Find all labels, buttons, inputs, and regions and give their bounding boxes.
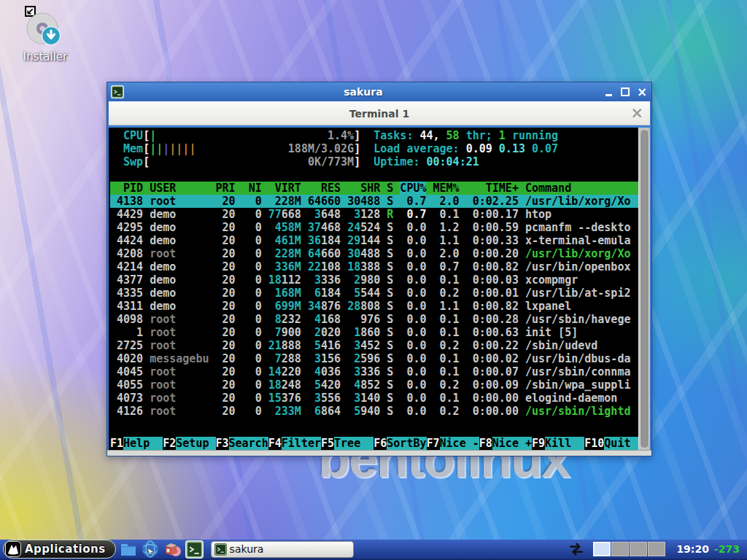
mem-meter-label: Mem — [123, 142, 143, 155]
fkey-F6-label[interactable]: SortBy — [387, 437, 426, 450]
terminal-window: sakura × Terminal 1 × CPU[| 1.4%] Tasks:… — [107, 82, 652, 456]
cpu-meter-label: CPU — [123, 129, 143, 142]
cpu-meter-line: CPU[| 1.4%] Tasks: 44, 58 thr; 1 running — [110, 129, 638, 142]
terminal-launcher[interactable] — [185, 540, 204, 559]
fkey-F7[interactable]: F7 — [427, 437, 440, 450]
fkey-F7-label[interactable]: Nice - — [440, 437, 479, 450]
minimize-button[interactable] — [603, 86, 614, 98]
globe-icon — [142, 540, 159, 558]
fkey-F1-label[interactable]: Help — [123, 437, 163, 450]
package-manager-launcher[interactable] — [163, 540, 182, 559]
window-terminal-icon — [111, 85, 124, 98]
terminal-icon — [185, 540, 204, 559]
tab-title: Terminal 1 — [349, 108, 409, 120]
terminal-output[interactable]: CPU[| 1.4%] Tasks: 44, 58 thr; 1 running… — [109, 128, 638, 450]
network-swap-icon[interactable] — [567, 540, 585, 559]
workspace-2[interactable] — [611, 542, 629, 556]
mem-meter-bar: | — [150, 142, 156, 155]
maximize-button[interactable] — [619, 86, 631, 98]
installer-icon[interactable]: Installer — [13, 12, 77, 63]
taskbar: Applications — [0, 540, 747, 560]
fkey-F9-label[interactable]: Kill — [545, 437, 584, 450]
fkey-F10-label[interactable]: Quit — [604, 437, 638, 450]
process-row[interactable]: 4214 demo 20 0 336M 22108 18388 S 0.0 0.… — [110, 260, 638, 273]
mem-meter-bar: | — [169, 142, 176, 155]
cpu-meter-bar: | — [150, 129, 156, 142]
close-icon: × — [637, 87, 647, 97]
fkey-F2[interactable]: F2 — [163, 437, 176, 450]
fkey-F5-label[interactable]: Tree — [334, 437, 374, 450]
close-button[interactable]: × — [636, 86, 648, 98]
sort-column-header[interactable]: CPU% — [400, 182, 426, 195]
mem-meter-bar: | — [156, 142, 163, 155]
mem-meter-value: 188M/3.02G — [288, 142, 354, 155]
workspace-4[interactable] — [648, 542, 665, 556]
process-row[interactable]: 4126 root 20 0 233M 6864 5940 S 0.0 0.2 … — [110, 405, 638, 418]
fkey-F5[interactable]: F5 — [321, 437, 334, 450]
fkey-F9[interactable]: F9 — [532, 437, 545, 450]
fkey-F6[interactable]: F6 — [374, 437, 387, 450]
task-button-label: sakura — [230, 543, 264, 555]
package-icon — [163, 540, 181, 558]
process-row[interactable]: 4295 demo 20 0 458M 37468 24524 S 0.0 1.… — [110, 221, 638, 234]
fkey-F3[interactable]: F3 — [216, 437, 229, 450]
process-row[interactable]: 4335 demo 20 0 168M 6184 5544 S 0.0 0.2 … — [110, 287, 638, 300]
applications-menu-label: Applications — [25, 542, 106, 556]
task-terminal-icon — [214, 543, 227, 556]
process-row[interactable]: 4311 demo 20 0 699M 34876 28808 S 0.0 1.… — [110, 300, 638, 313]
cpu-meter-value: 1.4% — [328, 129, 354, 142]
file-manager-launcher[interactable] — [120, 540, 138, 559]
folder-icon — [120, 540, 137, 558]
window-bottom-border — [107, 450, 651, 456]
blank-line — [110, 168, 638, 182]
process-row[interactable]: 4424 demo 20 0 461M 36184 29144 S 0.0 1.… — [110, 234, 638, 247]
terminal-tabbar: Terminal 1 × — [109, 101, 650, 125]
fkey-F8-label[interactable]: Nice + — [492, 437, 532, 450]
clock: 19:20 — [676, 543, 709, 555]
process-row[interactable]: 4377 demo 20 0 18112 3336 2980 S 0.0 0.1… — [110, 273, 638, 287]
installer-disc-icon — [23, 12, 68, 47]
swp-meter-value: 0K/773M — [308, 155, 354, 168]
workspace-3[interactable] — [630, 542, 647, 556]
process-row[interactable]: 4098 root 20 0 8232 4168 976 S 0.0 0.1 0… — [110, 313, 638, 326]
workspace-pager — [593, 542, 665, 556]
terminal-area: CPU[| 1.4%] Tasks: 44, 58 thr; 1 running… — [109, 128, 650, 450]
installer-label: Installer — [13, 50, 77, 63]
applications-logo-icon — [5, 541, 21, 557]
workspace-1[interactable] — [593, 542, 611, 556]
swap-arrows-icon — [568, 540, 585, 558]
terminal-scrollbar[interactable] — [638, 128, 650, 450]
web-browser-launcher[interactable] — [142, 540, 160, 559]
scrollbar-thumb[interactable] — [640, 129, 649, 448]
fkey-F4[interactable]: F4 — [268, 437, 282, 450]
mem-meter-bar: | — [163, 142, 169, 155]
fkey-F10[interactable]: F10 — [584, 437, 604, 450]
maximize-icon — [621, 88, 630, 96]
mem-meter-bar: | — [176, 142, 182, 155]
taskbar-task-sakura[interactable]: sakura — [211, 541, 354, 558]
minimize-icon — [605, 94, 612, 96]
process-row[interactable]: 4138 root 20 0 228M 64660 30488 S 0.7 2.… — [110, 195, 638, 208]
fkey-F3-label[interactable]: Search — [229, 437, 268, 450]
process-row[interactable]: 4429 demo 20 0 77668 3648 3128 R 0.7 0.1… — [110, 208, 638, 221]
window-title: sakura — [129, 86, 597, 98]
window-titlebar[interactable]: sakura × — [107, 82, 651, 101]
process-row[interactable]: 1 root 20 0 7900 2020 1860 S 0.0 0.1 0:0… — [110, 326, 638, 339]
swp-meter-label: Swp — [123, 155, 143, 168]
process-row[interactable]: 4055 root 20 0 18248 5420 4852 S 0.0 0.2… — [110, 378, 638, 392]
table-header: PID USER PRI NI VIRT RES SHR S CPU% MEM%… — [110, 182, 638, 195]
desktop-background: bentolinux Installer sakura — [0, 0, 747, 560]
fkey-F1[interactable]: F1 — [110, 437, 123, 450]
process-row[interactable]: 4073 root 20 0 15376 3556 3140 S 0.0 0.1… — [110, 392, 638, 405]
process-row[interactable]: 2725 root 20 0 21888 5416 3452 S 0.0 0.2… — [110, 339, 638, 352]
mem-meter-line: Mem[||||||| 188M/3.02G] Load average: 0.… — [110, 142, 638, 155]
process-row[interactable]: 4208 root 20 0 228M 64660 30488 S 0.0 2.… — [110, 247, 638, 260]
swp-meter-line: Swp[ 0K/773M] Uptime: 00:04:21 — [110, 155, 638, 168]
process-row[interactable]: 4045 root 20 0 14220 4036 3336 S 0.0 0.1… — [110, 365, 638, 378]
tab-close-button[interactable]: × — [630, 104, 643, 122]
fkey-F4-label[interactable]: Filter — [282, 437, 321, 450]
process-row[interactable]: 4020 messagebu 20 0 7288 3156 2596 S 0.0… — [110, 352, 638, 365]
fkey-F8[interactable]: F8 — [479, 437, 492, 450]
applications-menu-button[interactable]: Applications — [3, 540, 116, 559]
fkey-F2-label[interactable]: Setup — [176, 437, 215, 450]
